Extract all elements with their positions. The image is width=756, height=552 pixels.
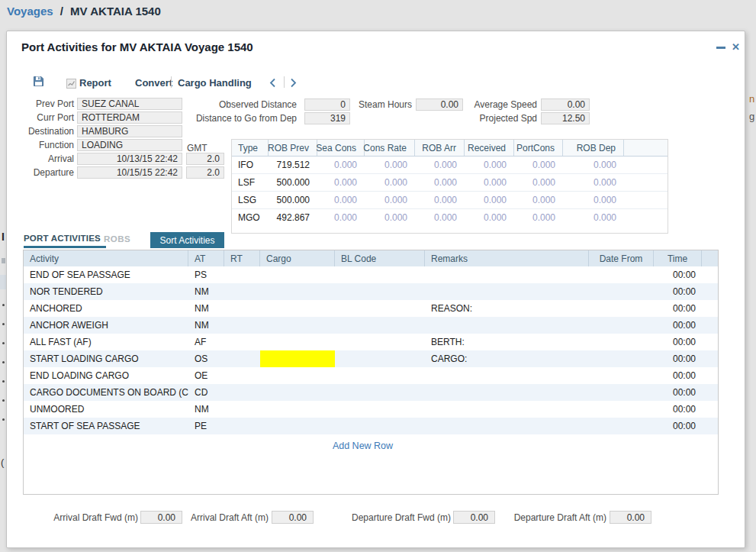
activity-cell-time[interactable]: 00:00	[654, 384, 702, 401]
bunker-cell-rob_arr[interactable]: 0.000	[415, 209, 465, 226]
departure-draft-aft-m--field[interactable]: 0.00	[610, 511, 651, 524]
bunker-cell-cons_rate[interactable]: 0.000	[365, 157, 415, 173]
bunker-cell-received[interactable]: 0.000	[465, 174, 514, 191]
bunker-cell-cons_rate[interactable]: 0.000	[365, 192, 415, 208]
bunker-cell-rob_dep[interactable]: 0.000	[563, 157, 624, 173]
close-icon[interactable]: ✕	[732, 41, 740, 53]
activity-row[interactable]: END LOADING CARGOOE00:00	[24, 367, 718, 384]
activity-cell-time[interactable]: 00:00	[654, 317, 702, 334]
activity-cell-cargo	[260, 300, 335, 317]
convert-button[interactable]: Convert	[135, 77, 172, 89]
bunker-cell-rob_arr[interactable]: 0.000	[415, 192, 465, 208]
tab-robs[interactable]: ROBS	[104, 234, 130, 244]
activity-cell-time[interactable]: 00:00	[654, 266, 702, 283]
cargo-handling-button[interactable]: Cargo Handling	[178, 77, 252, 89]
activity-cell-activity: END LOADING CARGO	[24, 367, 188, 384]
activity-cell-time[interactable]: 00:00	[654, 401, 702, 418]
activity-cell-bl_code	[335, 300, 425, 317]
bunker-cell-rob_arr[interactable]: 0.000	[415, 157, 465, 173]
bunker-cell-cons_rate[interactable]: 0.000	[365, 174, 415, 191]
projected-spd-field[interactable]: 12.50	[541, 112, 590, 124]
gmt-departure-field[interactable]: 2.0	[186, 166, 224, 179]
bunker-row[interactable]: IFO719.5120.0000.0000.0000.0000.0000.000	[232, 157, 668, 173]
bunker-row[interactable]: MGO492.8670.0000.0000.0000.0000.0000.000	[232, 208, 668, 226]
arrival-draft-fwd-m--field[interactable]: 0.00	[140, 511, 182, 524]
bunker-cell-sea_cons[interactable]: 0.000	[317, 174, 365, 191]
bunker-header-sea_cons: Sea Cons	[317, 140, 365, 156]
cargo-cell-highlighted[interactable]	[260, 350, 335, 367]
bunker-cell-port_cons[interactable]: 0.000	[514, 174, 563, 191]
activities-header-activity: Activity	[24, 250, 188, 266]
bunker-cell-received[interactable]: 0.000	[465, 192, 514, 208]
steam-hours-field[interactable]: 0.00	[416, 98, 463, 111]
activity-row[interactable]: END OF SEA PASSAGEPS00:00	[24, 266, 718, 283]
tab-port-activities[interactable]: PORT ACTIVITIES	[24, 234, 101, 243]
activity-cell-rt	[224, 367, 260, 384]
activity-cell-time[interactable]: 00:00	[654, 283, 702, 300]
bunker-cell-port_cons[interactable]: 0.000	[514, 209, 563, 226]
activity-cell-date_from	[589, 266, 654, 283]
activity-cell-time[interactable]: 00:00	[654, 334, 702, 350]
function-field[interactable]: LOADING	[77, 139, 182, 151]
activity-row[interactable]: START OF SEA PASSAGEPE00:00	[24, 418, 718, 434]
report-button[interactable]: Report	[79, 77, 111, 89]
activity-cell-time[interactable]: 00:00	[654, 350, 702, 367]
activity-cell-at: CD	[188, 384, 224, 401]
departure-draft-fwd-m--field[interactable]: 0.00	[453, 511, 495, 524]
bunker-cell-rob_dep[interactable]: 0.000	[563, 192, 624, 208]
activity-cell-filler	[702, 283, 718, 300]
bunker-cell-sea_cons[interactable]: 0.000	[317, 192, 365, 208]
bunker-cell-sea_cons[interactable]: 0.000	[317, 209, 365, 226]
bunker-cell-rob_prev[interactable]: 500.000	[269, 192, 317, 208]
curr-port-field[interactable]: ROTTERDAM	[77, 111, 182, 124]
gmt-arrival-field[interactable]: 2.0	[186, 153, 224, 165]
bunker-row[interactable]: LSG500.0000.0000.0000.0000.0000.0000.000	[232, 191, 668, 208]
activity-row[interactable]: ANCHOR AWEIGHNM00:00	[24, 317, 718, 334]
bunker-cell-received[interactable]: 0.000	[465, 209, 514, 226]
prev-port-field[interactable]: SUEZ CANAL	[77, 98, 182, 110]
bunker-cell-rob_dep[interactable]: 0.000	[563, 174, 624, 191]
add-new-row-link[interactable]: Add New Row	[24, 441, 702, 451]
sort-activities-button[interactable]: Sort Activities	[150, 232, 224, 248]
bunker-cell-port_cons[interactable]: 0.000	[514, 157, 563, 173]
activity-row[interactable]: NOR TENDEREDNM00:00	[24, 283, 718, 300]
bunker-header-type: Type	[232, 140, 269, 156]
activity-row[interactable]: CARGO DOCUMENTS ON BOARD (CD)CD00:00	[24, 384, 718, 401]
activity-row[interactable]: ANCHOREDNMREASON:00:00	[24, 300, 718, 317]
activity-cell-time[interactable]: 00:00	[654, 418, 702, 434]
average-speed-field[interactable]: 0.00	[541, 98, 590, 111]
bunker-header-filler	[624, 140, 668, 156]
bunker-cell-port_cons[interactable]: 0.000	[514, 192, 563, 208]
activity-cell-time[interactable]: 00:00	[654, 300, 702, 317]
bunker-cell-sea_cons[interactable]: 0.000	[317, 157, 365, 173]
arrival-field[interactable]: 10/13/15 22:42	[77, 153, 182, 165]
distance-to-go-field[interactable]: 319	[304, 112, 350, 124]
bunker-cell-rob_prev[interactable]: 492.867	[269, 209, 317, 226]
activity-cell-time[interactable]: 00:00	[654, 367, 702, 384]
activity-cell-rt	[224, 300, 260, 317]
minimize-icon[interactable]	[716, 47, 725, 49]
bunker-cell-received[interactable]: 0.000	[465, 157, 514, 173]
bunker-cell-type: MGO	[232, 209, 269, 226]
activity-cell-date_from	[589, 317, 654, 334]
activity-row[interactable]: START LOADING CARGOOSCARGO:00:00	[24, 350, 718, 367]
departure-field[interactable]: 10/15/15 22:42	[77, 166, 182, 179]
bunker-cell-rob_dep[interactable]: 0.000	[563, 209, 624, 226]
activities-header-rt: RT	[224, 250, 260, 266]
activity-row[interactable]: ALL FAST (AF)AFBERTH:00:00	[24, 334, 718, 350]
bunker-cell-rob_prev[interactable]: 500.000	[269, 174, 317, 191]
breadcrumb-voyages-link[interactable]: Voyages	[7, 5, 53, 18]
bunker-row[interactable]: LSF500.0000.0000.0000.0000.0000.0000.000	[232, 173, 668, 191]
background-bullet	[2, 304, 5, 306]
destination-field[interactable]: HAMBURG	[77, 125, 182, 137]
bunker-cell-cons_rate[interactable]: 0.000	[365, 209, 415, 226]
arrival-draft-aft-m--field[interactable]: 0.00	[272, 511, 314, 524]
distance-to-go-label: Distance to Go from Dep	[190, 112, 297, 125]
bunker-cell-rob_prev[interactable]: 719.512	[269, 157, 317, 173]
activity-row[interactable]: UNMOOREDNM00:00	[24, 401, 718, 418]
save-icon[interactable]	[33, 76, 44, 90]
bunker-cell-rob_arr[interactable]: 0.000	[415, 174, 465, 191]
chevron-left-icon[interactable]	[269, 77, 276, 91]
background-bullet	[2, 380, 5, 383]
chevron-right-icon[interactable]	[290, 77, 297, 91]
